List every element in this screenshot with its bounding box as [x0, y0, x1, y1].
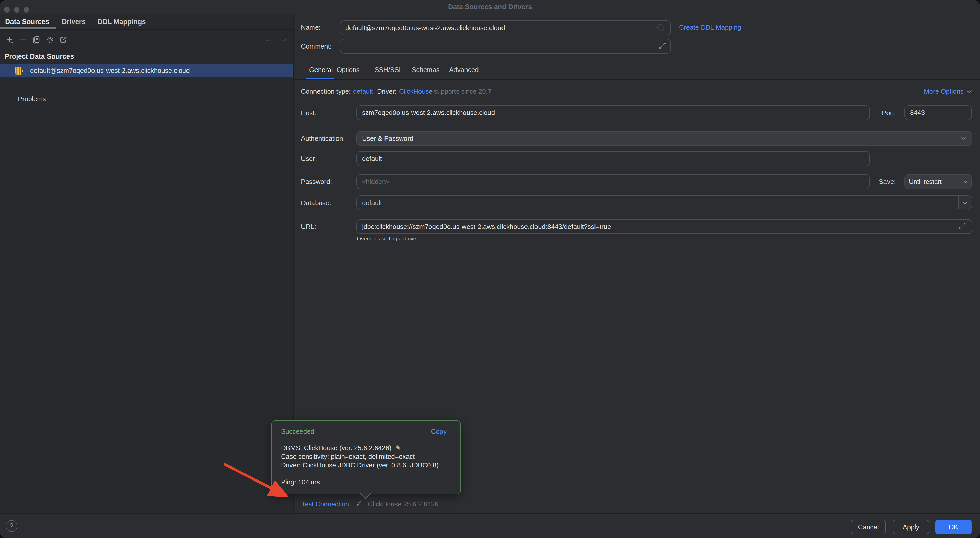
tab-ddl-mappings[interactable]: DDL Mappings [98, 18, 146, 26]
driver-value-link[interactable]: ClickHouse [399, 88, 433, 96]
test-connection-result-popup: Succeeded Copy DBMS: ClickHouse (ver. 25… [271, 420, 461, 494]
tab-advanced[interactable]: Advanced [449, 66, 479, 74]
tab-general-underline [305, 78, 334, 80]
password-input[interactable] [356, 174, 870, 189]
duplicate-data-source-button[interactable] [32, 35, 41, 46]
edit-pencil-icon[interactable]: ✎ [395, 444, 401, 452]
user-label: User: [301, 155, 317, 163]
question-mark-icon: ? [10, 522, 13, 530]
chevron-down-icon [963, 180, 968, 183]
apply-button[interactable]: Apply [892, 520, 929, 535]
tab-general[interactable]: General [309, 66, 333, 74]
database-value: default [362, 199, 382, 207]
clickhouse-logo-icon [14, 66, 23, 76]
driver-label: Driver: [377, 88, 397, 96]
more-options-label: More Options [924, 88, 964, 96]
data-source-list-item[interactable]: default@szm7oqed0o.us-west-2.aws.clickho… [0, 64, 293, 76]
popup-status: Succeeded [281, 428, 314, 436]
port-input[interactable] [904, 105, 972, 120]
connection-type-value-link[interactable]: default [353, 88, 373, 96]
cancel-button[interactable]: Cancel [851, 520, 886, 535]
plus-icon [6, 35, 15, 45]
database-dropdown-button[interactable] [958, 196, 971, 209]
ok-button[interactable]: OK [935, 520, 972, 535]
tab-ssh-ssl[interactable]: SSH/SSL [374, 66, 402, 74]
tab-schemas[interactable]: Schemas [412, 66, 439, 74]
success-check-icon: ✓ [356, 499, 362, 508]
data-sources-dialog: Data Sources and Drivers Data Sources Dr… [0, 0, 980, 538]
popup-copy-link[interactable]: Copy [431, 428, 447, 436]
annotation-arrow [221, 462, 298, 503]
chevron-down-icon [961, 137, 967, 140]
tab-data-sources[interactable]: Data Sources [5, 18, 49, 26]
open-in-editor-button[interactable] [59, 35, 68, 46]
form-tabs-border [294, 79, 980, 80]
save-select[interactable]: Until restart [904, 174, 972, 189]
authentication-value: User & Password [362, 135, 414, 143]
gear-icon [46, 35, 55, 45]
database-combobox[interactable]: default [356, 196, 972, 210]
tab-data-sources-underline [0, 27, 56, 29]
minus-icon [19, 35, 28, 45]
comment-input[interactable] [340, 39, 671, 54]
add-data-source-button[interactable] [6, 35, 15, 46]
name-field-indicator-icon [657, 24, 664, 31]
back-button[interactable]: ← [264, 34, 272, 44]
port-label: Port: [882, 109, 896, 117]
window-title: Data Sources and Drivers [0, 3, 980, 11]
section-title: Project Data Sources [5, 53, 74, 60]
left-tabs-border [0, 29, 293, 30]
connection-type-label: Connection type: [301, 88, 351, 96]
popup-case-line: Case sensitivity: plain=exact, delimited… [281, 452, 439, 461]
url-label: URL: [301, 223, 316, 231]
popup-driver-line: Driver: ClickHouse JDBC Driver (ver. 0.8… [281, 461, 439, 470]
left-panel [0, 14, 293, 514]
host-label: Host: [301, 109, 317, 117]
url-expand-icon[interactable] [959, 222, 966, 231]
more-options-link[interactable]: More Options [924, 88, 972, 96]
driver-note: supports since 20.7 [434, 88, 491, 96]
chevron-down-icon [966, 90, 972, 94]
comment-expand-icon[interactable] [659, 42, 666, 51]
remove-data-source-button[interactable] [19, 35, 28, 46]
popup-dbms-text: DBMS: ClickHouse (ver. 25.6.2.6426) [281, 444, 391, 452]
create-ddl-mapping-link[interactable]: Create DDL Mapping [679, 24, 741, 32]
forward-button[interactable]: → [280, 34, 288, 44]
test-result-text: ClickHouse 25.6.2.6426 [368, 500, 438, 508]
comment-label: Comment: [301, 42, 332, 50]
tab-options[interactable]: Options [337, 66, 360, 74]
url-note: Overrides settings above [357, 236, 416, 242]
name-input[interactable] [340, 21, 671, 35]
user-input[interactable] [356, 151, 870, 166]
save-label: Save: [879, 178, 896, 186]
database-label: Database: [301, 199, 331, 207]
copy-icon [32, 35, 41, 45]
popup-dbms-line: DBMS: ClickHouse (ver. 25.6.2.6426) ✎ [281, 444, 439, 452]
name-label: Name: [301, 24, 321, 32]
authentication-label: Authentication: [301, 135, 345, 143]
data-source-settings-button[interactable] [46, 35, 55, 46]
host-input[interactable] [356, 105, 870, 120]
data-source-name: default@szm7oqed0o.us-west-2.aws.clickho… [30, 67, 190, 75]
chevron-down-icon [962, 201, 968, 205]
help-button[interactable]: ? [6, 520, 18, 532]
test-connection-link[interactable]: Test Connection [301, 500, 349, 508]
tab-drivers[interactable]: Drivers [62, 18, 86, 26]
external-link-icon [59, 35, 68, 45]
problems-section[interactable]: Problems [18, 95, 46, 103]
authentication-select[interactable]: User & Password [356, 131, 972, 146]
footer-border [0, 514, 980, 514]
save-value: Until restart [909, 178, 942, 185]
password-label: Password: [301, 178, 332, 186]
url-input[interactable] [356, 219, 972, 234]
